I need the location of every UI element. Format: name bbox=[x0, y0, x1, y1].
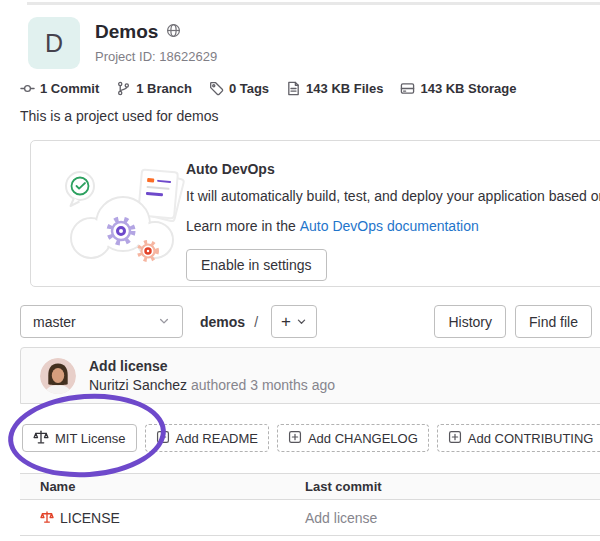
file-last-commit-link[interactable]: Add license bbox=[305, 500, 377, 536]
commit-info: Add license Nuritzi Sanchezauthored 3 mo… bbox=[89, 357, 335, 395]
file-name-link[interactable]: LICENSE bbox=[40, 500, 120, 536]
plus-icon: + bbox=[281, 312, 291, 332]
breadcrumb-project[interactable]: demos bbox=[200, 314, 245, 330]
commit-title-link[interactable]: Add license bbox=[89, 357, 335, 376]
tag-icon bbox=[209, 81, 224, 96]
breadcrumb-separator: / bbox=[254, 314, 258, 330]
devops-doc-link[interactable]: Auto DevOps documentation bbox=[300, 218, 479, 234]
devops-illustration-icon bbox=[61, 159, 191, 273]
add-changelog-button[interactable]: Add CHANGELOG bbox=[277, 424, 429, 452]
file-icon bbox=[286, 81, 301, 96]
stat-commits[interactable]: 1 Commit bbox=[20, 81, 99, 96]
project-title-row: Demos bbox=[95, 21, 181, 43]
add-readme-button[interactable]: Add README bbox=[145, 424, 269, 452]
plus-square-icon bbox=[156, 430, 170, 447]
mit-license-label: MIT License bbox=[55, 431, 126, 446]
top-divider bbox=[27, 2, 600, 5]
devops-text-block: Auto DevOps It will automatically build,… bbox=[186, 161, 600, 281]
stat-files[interactable]: 143 KB Files bbox=[286, 81, 383, 96]
file-template-actions: MIT License Add README Add CHANGELOG bbox=[22, 424, 600, 452]
enable-in-settings-button[interactable]: Enable in settings bbox=[186, 249, 327, 281]
add-contributing-label: Add CONTRIBUTING bbox=[468, 431, 594, 446]
last-commit-panel: Add license Nuritzi Sanchezauthored 3 mo… bbox=[20, 347, 600, 404]
project-overview-page: D Demos Project ID: 18622629 1 Commit bbox=[0, 0, 600, 541]
stat-tags-label: 0 Tags bbox=[229, 81, 269, 96]
storage-icon bbox=[400, 81, 415, 96]
commit-icon bbox=[20, 81, 35, 96]
column-header-last-commit: Last commit bbox=[305, 474, 382, 500]
repo-toolbar: master demos / + History Find file bbox=[20, 305, 592, 338]
add-readme-label: Add README bbox=[176, 431, 258, 446]
globe-icon bbox=[166, 23, 181, 42]
project-description: This is a project used for demos bbox=[20, 108, 218, 124]
branch-selector[interactable]: master bbox=[20, 305, 183, 338]
stat-commits-label: 1 Commit bbox=[40, 81, 99, 96]
history-button[interactable]: History bbox=[434, 305, 506, 338]
page-title: Demos bbox=[95, 21, 158, 43]
chevron-down-icon bbox=[158, 314, 170, 330]
commit-meta: authored 3 months ago bbox=[191, 377, 335, 393]
scale-icon bbox=[33, 429, 49, 448]
branch-selector-value: master bbox=[33, 314, 76, 330]
license-scale-icon bbox=[40, 510, 54, 527]
auto-devops-banner: Auto DevOps It will automatically build,… bbox=[30, 140, 600, 287]
devops-title: Auto DevOps bbox=[186, 161, 600, 177]
mit-license-button[interactable]: MIT License bbox=[22, 424, 137, 452]
author-avatar[interactable] bbox=[40, 358, 76, 394]
project-id: Project ID: 18622629 bbox=[95, 49, 217, 64]
add-changelog-label: Add CHANGELOG bbox=[308, 431, 418, 446]
plus-square-icon bbox=[288, 430, 302, 447]
stat-storage-label: 143 KB Storage bbox=[420, 81, 516, 96]
chevron-down-icon bbox=[296, 312, 307, 332]
devops-learn-more: Learn more in theAuto DevOps documentati… bbox=[186, 218, 600, 234]
stat-branches-label: 1 Branch bbox=[136, 81, 192, 96]
stat-files-label: 143 KB Files bbox=[306, 81, 383, 96]
table-header: Name Last commit bbox=[20, 473, 600, 500]
devops-learn-prefix: Learn more in the bbox=[186, 218, 296, 234]
stat-storage[interactable]: 143 KB Storage bbox=[400, 81, 516, 96]
branch-icon bbox=[116, 81, 131, 96]
commit-meta-line: Nuritzi Sanchezauthored 3 months ago bbox=[89, 376, 335, 395]
stat-tags[interactable]: 0 Tags bbox=[209, 81, 269, 96]
add-contributing-button[interactable]: Add CONTRIBUTING bbox=[437, 424, 600, 452]
file-name-label: LICENSE bbox=[60, 510, 120, 526]
find-file-button[interactable]: Find file bbox=[515, 305, 592, 338]
column-header-name: Name bbox=[40, 474, 75, 500]
stat-branches[interactable]: 1 Branch bbox=[116, 81, 192, 96]
file-tree-table: Name Last commit LICENSE Add license bbox=[20, 473, 600, 536]
commit-author-link[interactable]: Nuritzi Sanchez bbox=[89, 377, 187, 393]
toolbar-right-group: History Find file bbox=[434, 305, 592, 338]
devops-body: It will automatically build, test, and d… bbox=[186, 188, 600, 204]
plus-square-icon bbox=[448, 430, 462, 447]
project-avatar: D bbox=[28, 17, 80, 69]
add-file-dropdown-button[interactable]: + bbox=[271, 305, 317, 338]
table-row[interactable]: LICENSE Add license bbox=[20, 500, 600, 536]
project-stats: 1 Commit 1 Branch 0 Tags bbox=[20, 81, 517, 96]
